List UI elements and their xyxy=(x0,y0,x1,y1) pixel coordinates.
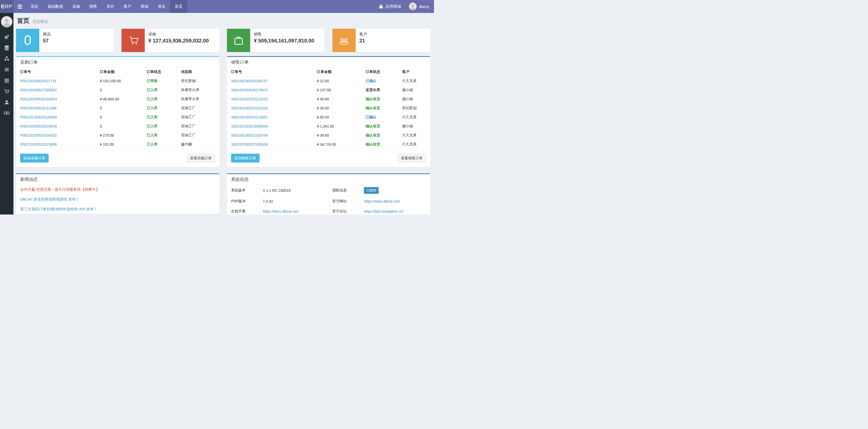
stat-card-sales: 销售 ¥ 509,194,161,097,810.00 xyxy=(227,29,325,52)
news-panel: 新闻动态 合作共赢 优惠无限 - 珑大代理服务商【招募中】DBCart 多语言跨… xyxy=(16,173,219,214)
stat-label: 商品 xyxy=(43,32,51,37)
order-party: 鑫均嫌 xyxy=(179,140,219,149)
order-party: 科泰军火库 xyxy=(179,95,219,104)
order-row: S00220230524142318¥ 26.00确认收货世纪联创 xyxy=(227,104,430,113)
order-number-link[interactable]: S00220230528170622 xyxy=(231,88,268,92)
order-number-link[interactable]: S00220230522163704 xyxy=(231,133,268,137)
order-number-link[interactable]: S00220230526112819 xyxy=(231,97,268,101)
app-store-label: 应用商城 xyxy=(386,4,401,9)
system-info-label: 官方论坛 xyxy=(329,206,361,215)
order-number-link[interactable]: P00220230526154853 xyxy=(20,97,57,101)
order-party: 百纳工厂 xyxy=(179,104,219,113)
panel-title: 系统信息 xyxy=(227,174,430,184)
sidebar-item-products[interactable] xyxy=(0,53,13,64)
order-number-link[interactable]: P00220230523223606 xyxy=(20,142,57,146)
news-link[interactable]: 合作共赢 优惠无限 - 珑大代理服务商【招募中】 xyxy=(20,187,99,192)
order-row: P002202305261123060已入库百纳工厂 xyxy=(16,104,219,113)
add-sales-order-button[interactable]: 添加销售订单 xyxy=(231,154,259,163)
sidebar-item-orders[interactable] xyxy=(0,64,13,75)
nav-item-purchase[interactable]: 采购 xyxy=(68,0,85,13)
purchase-table-body: P00220230529111719¥ 152,100.00已审核世纪香烟P00… xyxy=(16,77,219,149)
news-link[interactable]: DBCart 多语言跨境商城系统 发布！ xyxy=(20,197,80,201)
order-number-link[interactable]: P00220230525125834 xyxy=(20,115,57,119)
system-info-link[interactable]: https://www.dberp.net/ xyxy=(364,199,400,203)
sidebar-item-modules[interactable] xyxy=(0,75,13,86)
banknote-icon xyxy=(4,110,10,116)
order-row: S00220230522163704¥ 30.60确认收货久久文具 xyxy=(227,131,430,140)
order-amount: ¥ 1,341.00 xyxy=(314,122,363,131)
sidebar-item-mall[interactable] xyxy=(0,86,13,97)
order-party: 姚小姐 xyxy=(400,122,430,131)
top-navbar: ERP 系统基础数据采购销售库存客户商城资金首页 应用商城 db xyxy=(0,0,434,13)
order-party: 科泰军火库 xyxy=(179,86,219,95)
order-party: 百纳工厂 xyxy=(179,122,219,131)
order-number-link[interactable]: P00220230525124828 xyxy=(20,124,57,128)
order-number-link[interactable]: S00220230529185757 xyxy=(231,79,268,83)
panel-title: 销售订单 xyxy=(227,57,430,67)
sidebar xyxy=(0,13,13,214)
app-store-link[interactable]: 应用商城 xyxy=(378,4,401,9)
system-info-link[interactable]: https://bbs.loongdom.cn/ xyxy=(364,209,403,213)
add-purchase-order-button[interactable]: 添加采购订单 xyxy=(20,154,49,163)
news-list: 合作共赢 优惠无限 - 珑大代理服务商【招募中】DBCart 多语言跨境商城系统… xyxy=(16,184,219,214)
order-amount: ¥ 270.00 xyxy=(97,131,144,140)
sidebar-toggle-button[interactable] xyxy=(13,0,26,13)
nav-item-home[interactable]: 首页 xyxy=(170,0,187,13)
system-info-row: 在线手册https://docs.dberp.net/官方论坛https://b… xyxy=(227,206,430,215)
navbar-right: 应用商城 dberp xyxy=(378,0,434,13)
order-number-link[interactable]: S00220230522105639 xyxy=(231,142,268,146)
order-number-link[interactable]: S00220230523095554 xyxy=(231,124,268,128)
view-purchase-orders-button[interactable]: 查看采购订单 xyxy=(187,154,215,163)
system-info-label: 在线手册 xyxy=(227,206,259,215)
system-info-table: 系统版本V 1.1 RC 230519授权信息已授权PHP版本7.4.33官方网… xyxy=(227,184,430,214)
column-header: 供应商 xyxy=(179,67,219,77)
nav-item-base-data[interactable]: 基础数据 xyxy=(43,0,68,13)
sidebar-item-funds[interactable] xyxy=(0,108,13,118)
logo-rest: RP xyxy=(5,3,12,9)
shopping-bag-icon xyxy=(378,4,383,9)
sidebar-item-base-data[interactable] xyxy=(0,42,13,53)
order-row: S00220230529185757¥ 22.00已确认久久文具 xyxy=(227,77,430,86)
database-icon xyxy=(4,45,10,51)
nav-item-system[interactable]: 系统 xyxy=(26,0,43,13)
order-amount: ¥ 22.00 xyxy=(314,77,363,86)
purchase-panel-footer: 添加采购订单 查看采购订单 xyxy=(16,149,219,167)
order-number-link[interactable]: S00220230524123851 xyxy=(231,115,268,119)
sidebar-item-settings[interactable] xyxy=(0,32,13,42)
order-row: P00220230529111719¥ 152,100.00已审核世纪香烟 xyxy=(16,77,219,86)
order-status: 确认收货 xyxy=(366,97,380,101)
order-row: S00220230523095554¥ 1,341.00确认收货姚小姐 xyxy=(227,122,430,131)
order-number-link[interactable]: S00220230524142318 xyxy=(231,106,268,110)
order-number-link[interactable]: P00220230529111719 xyxy=(20,79,56,83)
system-info-link[interactable]: https://docs.dberp.net/ xyxy=(262,209,299,213)
order-status: 已入库 xyxy=(147,97,157,101)
nav-item-sales[interactable]: 销售 xyxy=(85,0,102,13)
stat-cards: 商品 57 采购 ¥ 127,415,936,259,032.00 xyxy=(16,29,430,52)
order-amount: ¥ 34,724.00 xyxy=(314,140,363,149)
order-number-link[interactable]: P00220230524154232 xyxy=(20,133,57,137)
system-info-panel: 系统信息 系统版本V 1.1 RC 230519授权信息已授权PHP版本7.4.… xyxy=(227,173,430,214)
news-link[interactable]: 第三方系统订单对接DBERP进销存 API 发布！ xyxy=(20,207,97,211)
stat-value: 57 xyxy=(43,38,51,44)
nav-item-mall[interactable]: 商城 xyxy=(136,0,153,13)
nav-item-customer[interactable]: 客户 xyxy=(119,0,136,13)
column-header: 订单号 xyxy=(227,67,314,77)
view-sales-orders-button[interactable]: 查看销售订单 xyxy=(398,154,426,163)
grid-icon xyxy=(4,78,9,83)
gears-icon xyxy=(4,34,10,40)
user-menu[interactable]: dberp xyxy=(409,3,429,10)
nav-item-funds[interactable]: 资金 xyxy=(153,0,170,13)
sales-table-body: S00220230529185757¥ 22.00已确认久久文具S0022023… xyxy=(227,77,430,149)
order-number-link[interactable]: P00220230526112306 xyxy=(20,106,57,110)
order-status: 确认收货 xyxy=(366,124,380,128)
order-number-link[interactable]: P00220230527005602 xyxy=(20,88,57,92)
order-row: S00220230524123851¥ 65.00已确认久久文具 xyxy=(227,113,430,122)
sidebar-item-customers[interactable] xyxy=(0,97,13,108)
order-amount: ¥ 65.00 xyxy=(314,113,363,122)
order-status: 已入库 xyxy=(147,133,157,137)
nav-item-inventory[interactable]: 库存 xyxy=(102,0,119,13)
stat-card-customers: 客户 21 xyxy=(333,29,430,52)
app-logo[interactable]: ERP xyxy=(0,0,13,13)
system-info-row: PHP版本7.4.33官方网站https://www.dberp.net/ xyxy=(227,196,430,206)
sidebar-avatar[interactable] xyxy=(1,16,12,27)
